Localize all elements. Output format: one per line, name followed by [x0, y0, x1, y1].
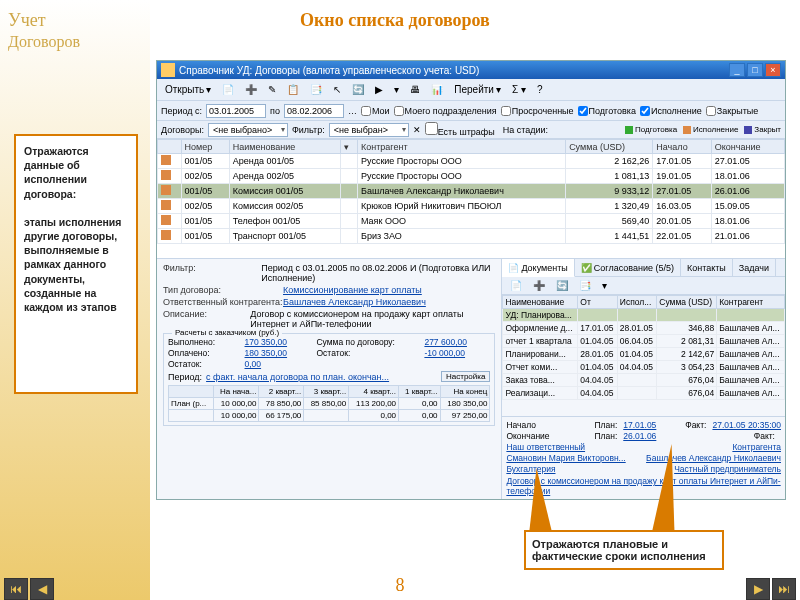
tb-sigma-icon[interactable]: Σ ▾ — [508, 83, 530, 96]
open-button[interactable]: Открыть ▾ — [161, 83, 215, 96]
resp-link[interactable]: Башлачев Александр Николаевич — [283, 297, 426, 307]
callout-execution-data: Отражаются данные об исполнении договора… — [14, 134, 138, 394]
col-header[interactable]: Контрагент — [358, 140, 566, 154]
table-row[interactable]: 001/05Транспорт 001/05Бриз ЗАО1 441,5122… — [158, 229, 785, 244]
contracts-table: НомерНаименование▾КонтрагентСумма (USD)Н… — [157, 139, 785, 244]
tb-list-icon[interactable]: 📑 — [306, 83, 326, 96]
list-item[interactable]: отчет 1 квартала01.04.0506.04.052 081,31… — [503, 335, 785, 348]
per-val[interactable]: с факт. начала договора по план. окончан… — [206, 372, 437, 382]
goto-button[interactable]: Перейти ▾ — [450, 83, 505, 96]
tab-contacts[interactable]: Контакты — [681, 259, 733, 276]
cb-ispoln[interactable]: Исполнение — [640, 106, 702, 116]
sidebar-title: Учет — [0, 0, 150, 33]
contracts-grid[interactable]: НомерНаименование▾КонтрагентСумма (USD)Н… — [157, 139, 785, 259]
docs-down-icon[interactable]: ▾ — [598, 279, 611, 292]
maximize-button[interactable]: □ — [747, 63, 763, 77]
tab-documents[interactable]: 📄 Документы — [502, 259, 574, 277]
nav-first-button[interactable]: ⏮ — [4, 578, 28, 600]
period-picker-icon[interactable]: … — [348, 106, 357, 116]
tb-edit-icon[interactable]: ✎ — [264, 83, 280, 96]
list-item[interactable]: Заказ това...04.04.05676,04Башлачев Ал..… — [503, 374, 785, 387]
per-label: Период: — [168, 372, 202, 382]
dog-dropdown[interactable]: <не выбрано> — [208, 123, 288, 137]
docs-grid[interactable]: НаименованиеОтИспол...Сумма (USD)Контраг… — [502, 295, 785, 416]
slide: Учет Договоров Отражаются данные об испо… — [0, 0, 800, 600]
table-row[interactable]: 001/05Телефон 001/05Маяк ООО569,4020.01.… — [158, 214, 785, 229]
cb-zakr[interactable]: Закрытые — [706, 106, 758, 116]
plan-start[interactable]: 17.01.05 — [623, 420, 656, 430]
table-row[interactable]: 002/05Аренда 002/05Русские Просторы ООО1… — [158, 169, 785, 184]
list-item[interactable]: УД: Планирова... — [503, 309, 785, 322]
minimize-button[interactable]: _ — [729, 63, 745, 77]
sum-val[interactable]: 277 600,00 — [424, 337, 490, 347]
slide-title: Окно списка договоров — [300, 10, 490, 31]
tb-down-icon[interactable]: ▾ — [390, 83, 403, 96]
nav-left: ⏮ ◀ — [4, 578, 54, 600]
tb-help-icon[interactable]: ? — [533, 83, 547, 96]
cb-podg[interactable]: Подготовка — [578, 106, 636, 116]
foot-desc[interactable]: Договор с комиссионером на продажу карт … — [506, 476, 781, 496]
tab-tasks[interactable]: Задачи — [733, 259, 776, 276]
tab-soglas[interactable]: ✅ Согласование (5/5) — [575, 259, 681, 276]
cb-prosr[interactable]: Просроченные — [501, 106, 574, 116]
doc-icon — [161, 63, 175, 77]
tb-chart-icon[interactable]: 📊 — [427, 83, 447, 96]
tb-exec-icon[interactable]: ▶ — [371, 83, 387, 96]
row4r[interactable]: Частный предприниматель — [674, 464, 781, 474]
cb-moego[interactable]: Моего подразделения — [394, 106, 497, 116]
tb-refresh-icon[interactable]: 🔄 — [348, 83, 368, 96]
date-from-input[interactable] — [206, 104, 266, 118]
list-item[interactable]: Реализаци...04.04.05676,04Башлачев Ал... — [503, 387, 785, 400]
ost-val[interactable]: 0,00 — [245, 359, 311, 369]
table-row[interactable]: 001/05Аренда 001/05Русские Просторы ООО2… — [158, 154, 785, 169]
docs-list-icon[interactable]: 📑 — [575, 279, 595, 292]
vyp-val[interactable]: 170 350,00 — [245, 337, 311, 347]
cb-moi[interactable]: Мои — [361, 106, 390, 116]
dog-label: Договоры: — [161, 125, 204, 135]
row-icon — [161, 185, 171, 195]
tb-new-icon[interactable]: 📄 — [218, 83, 238, 96]
tb-print-icon[interactable]: 🖶 — [406, 83, 424, 96]
table-row[interactable]: 001/05Комиссия 001/05Башлачев Александр … — [158, 184, 785, 199]
resp-label: Ответственный контрагента: — [163, 297, 283, 307]
stage-legend: Подготовка Исполнение Закрыт — [625, 125, 781, 134]
tb-cursor-icon[interactable]: ↖ — [329, 83, 345, 96]
our-resp-label[interactable]: Наш ответственный — [506, 442, 588, 452]
close-button[interactable]: × — [765, 63, 781, 77]
filter-clear-icon[interactable]: ✕ — [413, 125, 421, 135]
ost2-val[interactable]: -10 000,00 — [424, 348, 490, 358]
tb-copy-icon[interactable]: 📋 — [283, 83, 303, 96]
okon-label: Окончание — [506, 431, 588, 441]
cb-shtraf[interactable]: Есть штрафы — [425, 122, 495, 137]
fakt-start[interactable]: 27.01.05 20:35:00 — [712, 420, 781, 430]
docs-add-icon[interactable]: ➕ — [529, 279, 549, 292]
nav-last-button[interactable]: ⏭ — [772, 578, 796, 600]
nav-next-button[interactable]: ▶ — [746, 578, 770, 600]
nastr-button[interactable]: Настройка — [441, 371, 490, 382]
row-icon — [161, 230, 171, 240]
list-item[interactable]: Оформление д...17.01.0528.01.05346,88Баш… — [503, 322, 785, 335]
col-header[interactable]: ▾ — [341, 140, 358, 154]
table-row[interactable]: 002/05Комиссия 002/05Крюков Юрий Никитов… — [158, 199, 785, 214]
col-header[interactable]: Наименование — [229, 140, 341, 154]
toolbar: Открыть ▾ 📄 ➕ ✎ 📋 📑 ↖ 🔄 ▶ ▾ 🖶 📊 Перейти … — [157, 79, 785, 101]
contr-resp-label[interactable]: Контрагента — [732, 442, 781, 452]
resp1[interactable]: Смановин Мария Викторовн... — [506, 453, 625, 463]
col-header[interactable]: Окончание — [711, 140, 784, 154]
filter-dropdown[interactable]: <не выбран> — [329, 123, 409, 137]
col-header[interactable]: Номер — [181, 140, 229, 154]
docs-refresh-icon[interactable]: 🔄 — [552, 279, 572, 292]
tb-add-icon[interactable]: ➕ — [241, 83, 261, 96]
filter-bar: Период с: по … Мои Моего подразделения П… — [157, 101, 785, 121]
list-item[interactable]: Планировани...28.01.0501.04.052 142,67Ба… — [503, 348, 785, 361]
col-header[interactable] — [158, 140, 182, 154]
opl-val[interactable]: 180 350,00 — [245, 348, 311, 358]
col-header[interactable]: Начало — [653, 140, 711, 154]
plan-end[interactable]: 26.01.06 — [623, 431, 656, 441]
type-link[interactable]: Комиссионирование карт оплаты — [283, 285, 422, 295]
date-to-input[interactable] — [284, 104, 344, 118]
nav-prev-button[interactable]: ◀ — [30, 578, 54, 600]
list-item[interactable]: Отчет коми...01.04.0504.04.053 054,23Баш… — [503, 361, 785, 374]
docs-new-icon[interactable]: 📄 — [506, 279, 526, 292]
col-header[interactable]: Сумма (USD) — [566, 140, 653, 154]
